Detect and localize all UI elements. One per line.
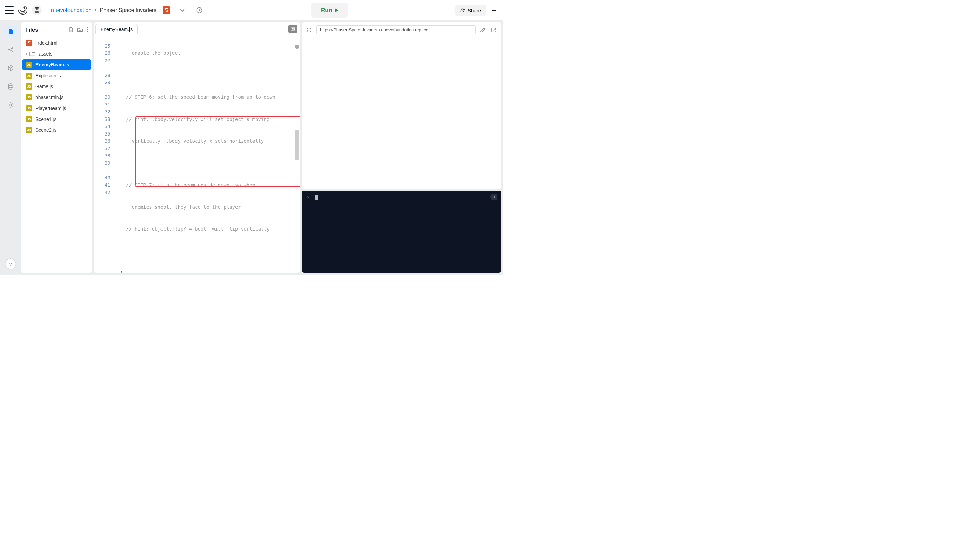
main-area: ? Files index.html › assets JS Enem xyxy=(0,21,503,275)
editor-tabs: EnemyBeam.js xyxy=(94,22,300,34)
svg-point-3 xyxy=(12,51,13,52)
add-button[interactable]: + xyxy=(490,6,498,14)
breadcrumb: nuevofoundation / Phaser Space Invaders xyxy=(51,7,156,13)
breadcrumb-user[interactable]: nuevofoundation xyxy=(51,7,91,13)
file-item-index[interactable]: index.html xyxy=(22,38,91,48)
html5-file-icon xyxy=(26,40,32,46)
header-right: Share + xyxy=(455,5,498,16)
file-label: Explosion.js xyxy=(35,73,61,78)
chevron-right-icon: › xyxy=(26,52,27,56)
sidebar-version-icon[interactable] xyxy=(5,44,17,56)
svg-rect-0 xyxy=(35,8,39,8)
svg-point-6 xyxy=(87,27,88,28)
share-button[interactable]: Share xyxy=(455,5,486,16)
file-item-assets[interactable]: › assets xyxy=(22,48,91,59)
file-item-playerbeam[interactable]: JS PlayerBeam.js xyxy=(22,103,91,114)
new-folder-icon[interactable] xyxy=(77,27,83,33)
svg-point-4 xyxy=(8,84,13,86)
sidebar-settings-icon[interactable] xyxy=(5,99,17,111)
chevron-down-icon[interactable] xyxy=(178,5,187,15)
file-label: Game.js xyxy=(35,84,53,89)
breadcrumb-project[interactable]: Phaser Space Invaders xyxy=(100,7,156,13)
docs-icon[interactable] xyxy=(288,24,297,33)
preview-header xyxy=(302,22,501,37)
js-file-icon: JS xyxy=(26,62,32,68)
file-label: EnemyBeam.js xyxy=(35,62,70,67)
open-external-icon[interactable] xyxy=(490,26,498,34)
sidebar-strip: ? xyxy=(2,22,19,273)
editor-body[interactable]: 25 26 27 28 29 30 31 32 33 34 35 36 37 3… xyxy=(94,34,300,273)
console-cursor xyxy=(315,195,318,200)
console-pane[interactable]: › × xyxy=(302,191,501,273)
file-item-scene1[interactable]: JS Scene1.js xyxy=(22,114,91,125)
js-file-icon: JS xyxy=(26,94,32,100)
preview-url-input[interactable] xyxy=(316,25,476,34)
menu-icon[interactable] xyxy=(5,6,14,14)
files-panel: Files index.html › assets JS EnemyBeam.j… xyxy=(21,22,92,273)
clear-console-icon[interactable]: × xyxy=(490,195,498,200)
user-avatar-icon[interactable] xyxy=(32,5,41,15)
js-file-icon: JS xyxy=(26,116,32,122)
file-list: index.html › assets JS EnemyBeam.js ⋮ JS… xyxy=(21,37,92,136)
scrollbar-thumb[interactable] xyxy=(296,130,299,160)
scrollbar-marker xyxy=(296,44,299,49)
file-item-game[interactable]: JS Game.js xyxy=(22,81,91,92)
file-label: assets xyxy=(39,51,52,57)
new-file-icon[interactable] xyxy=(68,27,73,33)
breadcrumb-separator: / xyxy=(95,7,96,13)
svg-point-8 xyxy=(87,31,88,32)
js-file-icon: JS xyxy=(26,105,32,111)
files-header: Files xyxy=(21,22,92,37)
folder-icon xyxy=(29,51,35,57)
sidebar-database-icon[interactable] xyxy=(5,80,17,93)
file-item-phasermin[interactable]: JS phaser.min.js xyxy=(22,92,91,103)
header-center: Run xyxy=(204,3,455,18)
sidebar-packages-icon[interactable] xyxy=(5,62,17,74)
file-item-scene2[interactable]: JS Scene2.js xyxy=(22,125,91,136)
sidebar-files-icon[interactable] xyxy=(5,25,17,38)
help-button[interactable]: ? xyxy=(5,258,16,270)
svg-point-5 xyxy=(10,104,11,106)
edit-icon[interactable] xyxy=(479,26,487,34)
share-button-label: Share xyxy=(468,8,481,13)
file-item-enemybeam[interactable]: JS EnemyBeam.js ⋮ xyxy=(22,59,91,70)
file-label: Scene1.js xyxy=(35,116,56,122)
js-file-icon: JS xyxy=(26,83,32,90)
console-prompt: › xyxy=(307,195,309,200)
file-label: index.html xyxy=(35,40,57,46)
svg-point-7 xyxy=(87,29,88,30)
files-more-icon[interactable] xyxy=(87,27,88,33)
file-more-icon[interactable]: ⋮ xyxy=(83,62,87,67)
preview-content[interactable] xyxy=(302,37,501,189)
reload-icon[interactable] xyxy=(305,26,313,34)
highlight-box xyxy=(135,116,300,187)
header-left: nuevofoundation / Phaser Space Invaders xyxy=(5,5,204,15)
editor-tab-enemybeam[interactable]: EnemyBeam.js xyxy=(95,24,138,34)
editor-panel: EnemyBeam.js 25 26 27 28 29 30 31 32 33 … xyxy=(94,22,300,273)
file-item-explosion[interactable]: JS Explosion.js xyxy=(22,70,91,81)
code-area[interactable]: enable the object // STEP 6: set the spe… xyxy=(114,34,300,273)
files-title: Files xyxy=(25,27,38,33)
svg-point-1 xyxy=(8,49,9,51)
line-gutter: 25 26 27 28 29 30 31 32 33 34 35 36 37 3… xyxy=(94,34,114,273)
file-label: PlayerBeam.js xyxy=(35,106,66,111)
js-file-icon: JS xyxy=(26,73,32,79)
person-plus-icon xyxy=(460,8,466,13)
preview-pane xyxy=(302,22,501,189)
editor-scrollbar[interactable] xyxy=(296,44,299,272)
run-button[interactable]: Run xyxy=(312,3,348,18)
html5-badge-icon xyxy=(162,6,170,14)
run-button-label: Run xyxy=(321,7,332,14)
file-label: Scene2.js xyxy=(35,127,56,133)
top-header: nuevofoundation / Phaser Space Invaders … xyxy=(0,0,503,21)
right-panel: › × xyxy=(302,22,501,273)
play-icon xyxy=(335,8,338,12)
js-file-icon: JS xyxy=(26,127,32,133)
file-label: phaser.min.js xyxy=(35,95,64,100)
replit-logo-icon[interactable] xyxy=(18,5,28,15)
files-header-actions xyxy=(68,27,88,33)
svg-point-2 xyxy=(12,48,13,49)
history-icon[interactable] xyxy=(194,5,204,15)
svg-rect-9 xyxy=(291,27,295,31)
